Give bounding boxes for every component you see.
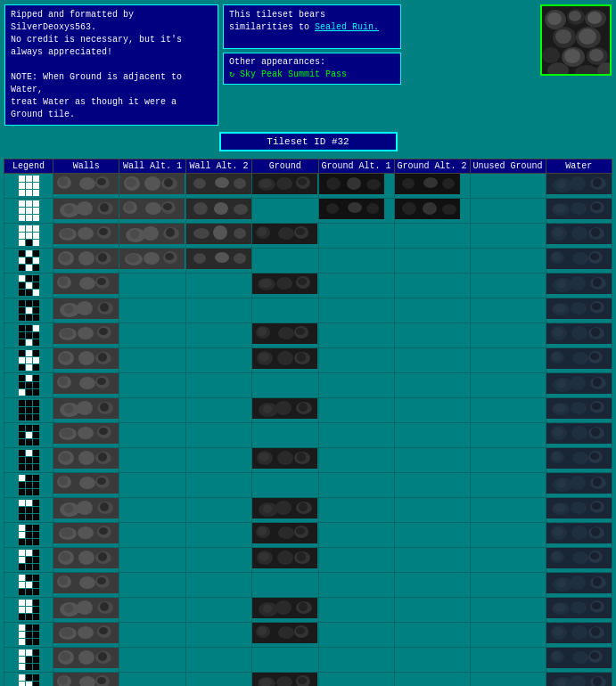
cell-row7-col5 bbox=[318, 348, 394, 373]
svg-point-46 bbox=[402, 178, 415, 189]
cell-row15-col1 bbox=[53, 548, 119, 573]
svg-point-368 bbox=[296, 627, 305, 634]
svg-point-103 bbox=[258, 227, 267, 236]
cell-row3-col7 bbox=[470, 249, 546, 274]
svg-point-332 bbox=[97, 577, 106, 584]
svg-point-11 bbox=[542, 47, 560, 63]
svg-point-228 bbox=[571, 402, 587, 414]
table-row bbox=[4, 199, 612, 224]
svg-point-194 bbox=[297, 353, 306, 362]
svg-point-84 bbox=[592, 203, 601, 210]
cell-row6-col4 bbox=[252, 323, 318, 348]
cell-row11-col8 bbox=[546, 448, 612, 473]
cell-row14-col5 bbox=[318, 523, 394, 548]
col-walls: Walls bbox=[53, 159, 119, 174]
cell-row7-col7 bbox=[470, 348, 546, 373]
table-row bbox=[4, 323, 612, 348]
svg-point-306 bbox=[571, 526, 587, 540]
svg-point-192 bbox=[277, 351, 293, 365]
tileset-id-bar: Tileset ID #32 bbox=[219, 132, 398, 151]
svg-point-70 bbox=[234, 204, 248, 215]
sealed-ruin-link[interactable]: Sealed Ruin. bbox=[315, 22, 379, 32]
svg-point-138 bbox=[79, 277, 95, 290]
cell-row18-col4 bbox=[252, 623, 318, 648]
cell-row4-col3 bbox=[185, 274, 251, 298]
svg-point-372 bbox=[571, 625, 587, 640]
cell-row2-col3 bbox=[185, 224, 251, 249]
svg-point-121 bbox=[127, 254, 139, 263]
svg-point-94 bbox=[143, 226, 159, 241]
col-ground-alt1: Ground Alt. 1 bbox=[318, 159, 394, 174]
svg-point-338 bbox=[593, 577, 602, 586]
cell-row17-col2 bbox=[119, 598, 185, 623]
svg-point-320 bbox=[297, 552, 306, 561]
preview-rocks bbox=[542, 6, 610, 74]
similarity-box: This tileset bears similarities to Seale… bbox=[223, 4, 401, 49]
svg-point-378 bbox=[78, 650, 94, 665]
cell-row16-col6 bbox=[394, 573, 470, 598]
cell-row12-col2 bbox=[119, 473, 185, 498]
cell-row17-col4 bbox=[252, 598, 318, 623]
svg-point-362 bbox=[99, 627, 108, 634]
svg-point-6 bbox=[587, 12, 602, 24]
cell-row17-col7 bbox=[470, 598, 546, 623]
cell-row5-col7 bbox=[470, 298, 546, 323]
cell-row14-col8 bbox=[546, 523, 612, 548]
table-row bbox=[4, 498, 612, 523]
svg-point-134 bbox=[590, 253, 599, 260]
cell-row18-col6 bbox=[394, 623, 470, 648]
cell-row11-col0 bbox=[4, 448, 53, 473]
svg-point-30 bbox=[164, 178, 173, 187]
cell-row19-col3 bbox=[185, 648, 251, 673]
cell-row9-col0 bbox=[4, 398, 53, 423]
cell-row13-col0 bbox=[4, 498, 53, 523]
table-row bbox=[4, 673, 612, 687]
cell-row2-col5 bbox=[318, 224, 394, 249]
table-row bbox=[4, 373, 612, 398]
cell-row0-col6 bbox=[394, 174, 470, 199]
cell-row4-col0 bbox=[4, 274, 53, 298]
svg-point-93 bbox=[130, 230, 139, 239]
cell-row16-col1 bbox=[53, 573, 119, 598]
svg-point-209 bbox=[557, 380, 566, 388]
svg-point-72 bbox=[326, 203, 339, 214]
svg-point-342 bbox=[77, 600, 93, 615]
cell-row19-col2 bbox=[119, 648, 185, 673]
svg-point-239 bbox=[553, 428, 563, 437]
svg-point-212 bbox=[593, 378, 602, 387]
svg-point-404 bbox=[593, 677, 602, 686]
svg-point-218 bbox=[100, 403, 109, 412]
cell-row13-col8 bbox=[546, 498, 612, 523]
cell-row6-col2 bbox=[119, 323, 185, 348]
svg-point-132 bbox=[572, 252, 588, 265]
cell-row18-col8 bbox=[546, 623, 612, 648]
sky-peak-link[interactable]: ↻ Sky Peak Summit Pass bbox=[229, 69, 395, 81]
svg-point-73 bbox=[348, 202, 362, 213]
cell-row17-col5 bbox=[318, 598, 394, 623]
svg-point-124 bbox=[165, 253, 174, 260]
table-row bbox=[4, 298, 612, 323]
cell-row5-col2 bbox=[119, 298, 185, 323]
cell-row10-col2 bbox=[119, 423, 185, 448]
cell-row11-col4 bbox=[252, 448, 318, 473]
svg-point-204 bbox=[79, 377, 95, 389]
svg-point-4 bbox=[569, 11, 581, 21]
svg-point-330 bbox=[79, 576, 95, 589]
cell-row6-col7 bbox=[470, 323, 546, 348]
svg-point-174 bbox=[278, 327, 294, 339]
cell-row18-col7 bbox=[470, 623, 546, 648]
cell-row4-col7 bbox=[470, 274, 546, 298]
cell-row7-col3 bbox=[185, 348, 251, 373]
svg-point-236 bbox=[99, 428, 108, 435]
cell-row9-col8 bbox=[546, 398, 612, 423]
svg-point-170 bbox=[99, 328, 108, 335]
cell-row2-col6 bbox=[394, 224, 470, 249]
svg-point-69 bbox=[214, 202, 228, 215]
svg-point-347 bbox=[263, 604, 272, 613]
svg-point-140 bbox=[97, 278, 106, 285]
table-row bbox=[4, 348, 612, 373]
svg-point-287 bbox=[554, 503, 566, 512]
cell-row15-col0 bbox=[4, 548, 53, 573]
svg-point-392 bbox=[97, 677, 106, 684]
cell-row3-col4 bbox=[252, 249, 318, 274]
